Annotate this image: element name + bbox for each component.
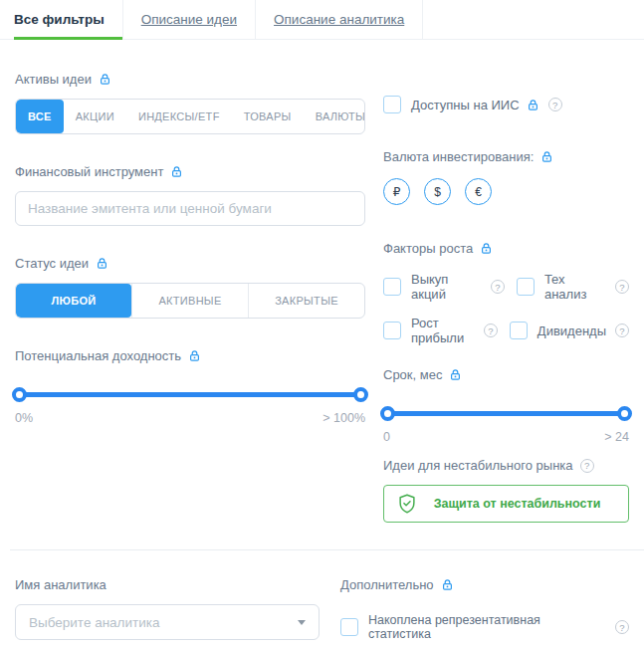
term-max-label: > 24 <box>604 430 629 444</box>
term-slider-min-handle[interactable] <box>380 406 395 421</box>
currency-rub-button[interactable]: ₽ <box>383 178 410 205</box>
profit-growth-checkbox[interactable] <box>383 322 401 339</box>
shield-check-icon <box>396 493 418 515</box>
chevron-down-icon <box>298 620 306 625</box>
help-icon[interactable]: ? <box>615 324 629 337</box>
dividends-label: Дивиденды <box>537 324 606 338</box>
protection-from-instability-button[interactable]: Защита от нестабильности <box>383 485 629 523</box>
tab-idea-description-label: Описание идеи <box>123 12 255 27</box>
iis-checkbox[interactable] <box>383 96 401 113</box>
lock-icon <box>441 578 454 591</box>
protection-button-label: Защита от нестабильности <box>418 497 616 511</box>
statistics-checkbox[interactable] <box>340 618 358 636</box>
segment-status-closed[interactable]: ЗАКРЫТЫЕ <box>248 284 364 318</box>
yield-min-label: 0% <box>15 411 33 425</box>
tech-analysis-checkbox-row: Тех анализ ? <box>517 272 629 302</box>
segment-asset-currencies[interactable]: ВАЛЮТЫ <box>304 100 365 133</box>
yield-filter-label: Потенциальная доходность <box>15 348 365 363</box>
buyback-checkbox[interactable] <box>383 278 401 296</box>
lock-icon <box>540 150 553 163</box>
tech-analysis-checkbox[interactable] <box>517 278 535 296</box>
asset-type-segmented-control: ВСЕ АКЦИИ ИНДЕКСЫ/ETF ТОВАРЫ ВАЛЮТЫ ОБЛИ… <box>15 99 365 134</box>
tab-analyst-description[interactable]: Описание аналитика <box>256 0 422 39</box>
statistics-label: Накоплена репрезентативная статистика <box>368 613 606 641</box>
profit-growth-label: Рост прибыли <box>411 316 475 345</box>
iis-checkbox-row: Доступны на ИИС ? <box>383 96 629 113</box>
buyback-checkbox-row: Выкуп акций ? <box>383 272 505 302</box>
asset-filter-label: Активы идеи <box>15 72 365 87</box>
analyst-select-placeholder: Выберите аналитика <box>29 615 159 630</box>
term-min-label: 0 <box>383 430 390 444</box>
tab-analyst-description-label: Описание аналитика <box>256 12 422 27</box>
yield-max-label: > 100% <box>322 411 365 425</box>
segment-asset-all[interactable]: ВСЕ <box>16 100 64 133</box>
profit-growth-checkbox-row: Рост прибыли ? <box>383 316 498 345</box>
tab-all-filters-label: Все фильтры <box>14 12 122 27</box>
lock-icon <box>188 349 201 362</box>
lock-icon <box>96 257 108 270</box>
slider-track[interactable] <box>15 392 365 397</box>
status-filter-label: Статус идеи <box>15 256 365 271</box>
segment-status-any[interactable]: ЛЮБОЙ <box>16 284 131 318</box>
tech-analysis-label: Тех анализ <box>544 272 606 302</box>
filter-tabs: Все фильтры Описание идеи Описание анали… <box>0 0 644 40</box>
help-icon[interactable]: ? <box>615 280 629 294</box>
term-range-slider <box>383 406 629 421</box>
lock-icon <box>449 368 462 381</box>
dividends-checkbox[interactable] <box>510 322 528 339</box>
yield-slider-min-handle[interactable] <box>12 387 27 402</box>
segment-status-active[interactable]: АКТИВНЫЕ <box>131 284 248 318</box>
growth-row-1: Выкуп акций ? Тех анализ ? <box>383 272 629 302</box>
unstable-market-label: Идеи для нестабильного рынка ? <box>383 458 629 473</box>
iis-label: Доступны на ИИС <box>411 98 520 112</box>
lock-icon <box>170 165 183 178</box>
yield-range-labels: 0% > 100% <box>15 411 365 425</box>
instrument-search-input[interactable] <box>15 191 365 226</box>
lock-icon <box>99 73 111 86</box>
analyst-select[interactable]: Выберите аналитика <box>15 604 320 640</box>
segment-asset-commodities[interactable]: ТОВАРЫ <box>232 100 304 133</box>
tab-all-filters[interactable]: Все фильтры <box>14 0 122 39</box>
statistics-checkbox-row: Накоплена репрезентативная статистика ? <box>340 613 629 641</box>
yield-range-slider <box>15 387 365 402</box>
help-icon[interactable]: ? <box>491 280 505 294</box>
help-icon[interactable]: ? <box>580 459 594 473</box>
analyst-name-label: Имя аналитика <box>15 577 320 592</box>
slider-track[interactable] <box>383 411 629 416</box>
segment-asset-indices-etf[interactable]: ИНДЕКСЫ/ETF <box>126 100 232 133</box>
currency-buttons: ₽ $ € <box>383 178 629 205</box>
instrument-filter-label: Финансовый инструмент <box>15 164 365 179</box>
term-slider-max-handle[interactable] <box>617 406 632 421</box>
dividends-checkbox-row: Дивиденды ? <box>510 316 629 345</box>
tab-separator <box>422 0 423 39</box>
lock-icon <box>480 242 493 255</box>
help-icon[interactable]: ? <box>615 620 629 634</box>
help-icon[interactable]: ? <box>484 324 498 337</box>
tab-idea-description[interactable]: Описание идеи <box>123 0 255 39</box>
growth-row-2: Рост прибыли ? Дивиденды ? <box>383 316 629 345</box>
growth-factors-label: Факторы роста <box>383 241 629 256</box>
yield-slider-max-handle[interactable] <box>353 387 368 402</box>
term-filter-label: Срок, мес <box>383 367 629 382</box>
additional-filters-label: Дополнительно <box>340 577 629 592</box>
currency-filter-label: Валюта инвестирования: <box>383 149 629 164</box>
currency-eur-button[interactable]: € <box>465 178 492 205</box>
help-icon[interactable]: ? <box>548 98 562 111</box>
segment-asset-stocks[interactable]: АКЦИИ <box>64 100 126 133</box>
status-segmented-control: ЛЮБОЙ АКТИВНЫЕ ЗАКРЫТЫЕ <box>15 283 365 319</box>
term-range-labels: 0 > 24 <box>383 430 629 444</box>
buyback-label: Выкуп акций <box>411 272 482 302</box>
lock-icon <box>527 99 539 111</box>
section-divider <box>10 549 644 550</box>
currency-usd-button[interactable]: $ <box>424 178 451 205</box>
